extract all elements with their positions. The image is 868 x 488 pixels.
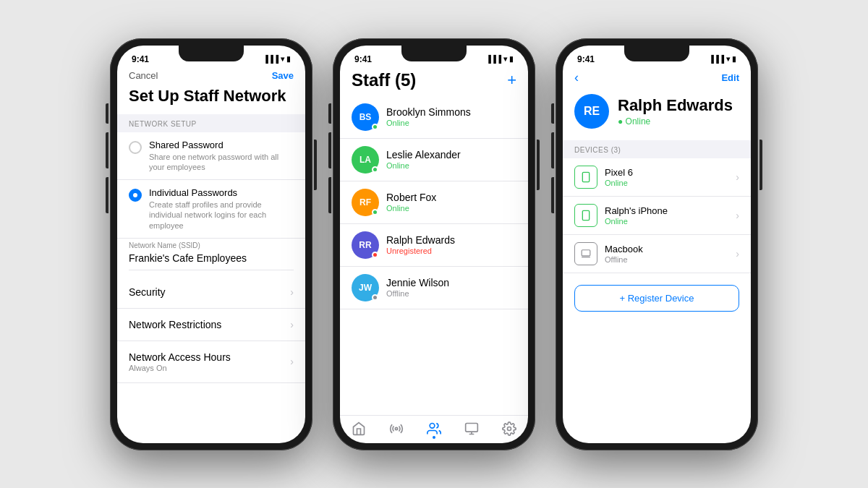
network-access-hours-menu-item[interactable]: Network Access Hours Always On ›	[117, 341, 305, 383]
list-item[interactable]: RR Ralph Edwards Unregistered	[340, 224, 528, 267]
avatar: RR	[352, 231, 379, 259]
wifi-icon-2: ▾	[503, 55, 507, 63]
network-name-field[interactable]: Network Name (SSID) Frankie's Cafe Emplo…	[117, 239, 305, 276]
notch-1	[179, 46, 244, 61]
svg-rect-2	[466, 423, 478, 432]
status-icons-3: ▐▐▐ ▾ ▮	[709, 55, 736, 63]
wifi-icon: ▾	[281, 55, 284, 63]
status-dot	[372, 252, 378, 258]
nav-settings[interactable]	[502, 421, 516, 436]
individual-title: Individual Passwords	[149, 187, 294, 198]
svg-rect-10	[582, 249, 590, 255]
status-time-3: 9:41	[577, 54, 595, 64]
status-icons-1: ▐▐▐ ▾ ▮	[263, 55, 291, 63]
phone-2: 9:41 ▐▐▐ ▾ ▮ Staff (5) +	[333, 38, 535, 450]
staff-name: Leslie Alexander	[386, 149, 461, 160]
profile-avatar: RE	[574, 94, 609, 129]
nav-staff[interactable]	[427, 421, 441, 436]
security-title: Security	[129, 286, 166, 298]
battery-icon: ▮	[286, 55, 291, 63]
status-dot	[372, 124, 378, 130]
avatar-initials: RF	[359, 197, 371, 207]
phone-2-shell: 9:41 ▐▐▐ ▾ ▮ Staff (5) +	[333, 38, 535, 450]
staff-status: Online	[386, 204, 436, 213]
device-status-iphone: Online	[605, 217, 668, 226]
svg-point-0	[395, 427, 397, 429]
list-item[interactable]: LA Leslie Alexander Online	[340, 139, 528, 181]
p3-header: ‹ Edit	[563, 67, 751, 94]
avatar: RF	[352, 189, 379, 216]
security-menu-item[interactable]: Security ›	[117, 276, 305, 309]
nav-home[interactable]	[352, 421, 366, 436]
device-icon-phone	[574, 166, 597, 189]
network-name-value: Frankie's Cafe Employees	[129, 252, 294, 270]
individual-radio[interactable]	[129, 189, 142, 202]
staff-status: Unregistered	[386, 247, 455, 255]
staff-info: Jennie Wilson Offline	[386, 277, 449, 298]
individual-password-option[interactable]: Individual Passwords Create staff profil…	[117, 180, 305, 239]
staff-info: Brooklyn Simmons Online	[386, 106, 471, 127]
staff-title: Staff (5)	[352, 70, 416, 90]
device-pixel6[interactable]: Pixel 6 Online ›	[563, 158, 751, 197]
battery-icon-3: ▮	[732, 55, 736, 63]
phone-3-shell: 9:41 ▐▐▐ ▾ ▮ ‹ Edit RE	[556, 38, 758, 450]
device-macbook[interactable]: Macbook Offline ›	[563, 235, 751, 273]
staff-info: Leslie Alexander Online	[386, 149, 461, 170]
device-name-pixel6: Pixel 6	[605, 167, 633, 178]
add-staff-button[interactable]: +	[507, 72, 516, 88]
individual-desc: Create staff profiles and provide indivi…	[149, 200, 294, 231]
back-button[interactable]: ‹	[574, 70, 579, 85]
device-chevron-iphone: ›	[736, 210, 739, 221]
notch-2	[401, 46, 467, 61]
device-ralphs-iphone[interactable]: Ralph's iPhone Online ›	[563, 197, 751, 235]
phone-3-content: ‹ Edit RE Ralph Edwards ● Online	[563, 67, 751, 443]
register-device-button[interactable]: + Register Device	[574, 285, 739, 312]
battery-icon-2: ▮	[509, 55, 514, 63]
status-time-2: 9:41	[354, 54, 372, 64]
security-chevron: ›	[290, 286, 294, 298]
avatar: LA	[352, 146, 379, 174]
avatar: BS	[352, 103, 379, 131]
signal-icon: ▐▐▐	[263, 55, 278, 63]
shared-password-option[interactable]: Shared Password Share one network passwo…	[117, 132, 305, 181]
status-dot	[372, 209, 378, 215]
device-icon-iphone	[574, 204, 597, 227]
device-chevron-pixel6: ›	[736, 171, 739, 183]
access-hours-title: Network Access Hours	[129, 351, 231, 363]
access-hours-chevron: ›	[290, 356, 294, 367]
list-item[interactable]: JW Jennie Wilson Offline	[340, 267, 528, 309]
list-item[interactable]: RF Robert Fox Online	[340, 181, 528, 224]
phone-3-screen: 9:41 ▐▐▐ ▾ ▮ ‹ Edit RE	[563, 46, 751, 443]
status-dot	[372, 166, 378, 173]
device-status-macbook: Offline	[605, 255, 643, 264]
scene: 9:41 ▐▐▐ ▾ ▮ Cancel Save Set Up Staff Ne…	[88, 17, 780, 472]
save-button[interactable]: Save	[272, 70, 294, 81]
signal-icon-2: ▐▐▐	[486, 55, 501, 63]
phone-1-screen: 9:41 ▐▐▐ ▾ ▮ Cancel Save Set Up Staff Ne…	[117, 46, 305, 443]
avatar-initials: RR	[359, 240, 371, 250]
nav-devices[interactable]	[464, 421, 479, 436]
status-dot	[372, 294, 378, 301]
cancel-button[interactable]: Cancel	[129, 70, 158, 81]
signal-icon-3: ▐▐▐	[709, 55, 724, 63]
shared-text: Shared Password Share one network passwo…	[149, 140, 294, 173]
avatar-initials: BS	[359, 112, 372, 122]
phone-1-content: Cancel Save Set Up Staff Network NETWORK…	[117, 67, 305, 443]
bottom-nav	[340, 415, 528, 443]
phone-3: 9:41 ▐▐▐ ▾ ▮ ‹ Edit RE	[556, 38, 758, 450]
nav-network[interactable]	[389, 421, 404, 436]
network-name-label: Network Name (SSID)	[129, 241, 294, 249]
network-restrictions-menu-item[interactable]: Network Restrictions ›	[117, 309, 305, 341]
edit-button[interactable]: Edit	[721, 72, 739, 83]
shared-desc: Share one network password with all your…	[149, 152, 294, 173]
list-item[interactable]: BS Brooklyn Simmons Online	[340, 96, 528, 139]
staff-info: Ralph Edwards Unregistered	[386, 234, 455, 255]
profile-avatar-initials: RE	[584, 105, 600, 118]
device-chevron-macbook: ›	[736, 248, 739, 260]
devices-section-label: DEVICES (3)	[563, 140, 751, 158]
avatar-initials: LA	[359, 155, 371, 165]
individual-text: Individual Passwords Create staff profil…	[149, 187, 294, 231]
shared-radio[interactable]	[129, 141, 142, 154]
avatar-initials: JW	[359, 283, 372, 293]
phone-2-screen: 9:41 ▐▐▐ ▾ ▮ Staff (5) +	[340, 46, 528, 443]
